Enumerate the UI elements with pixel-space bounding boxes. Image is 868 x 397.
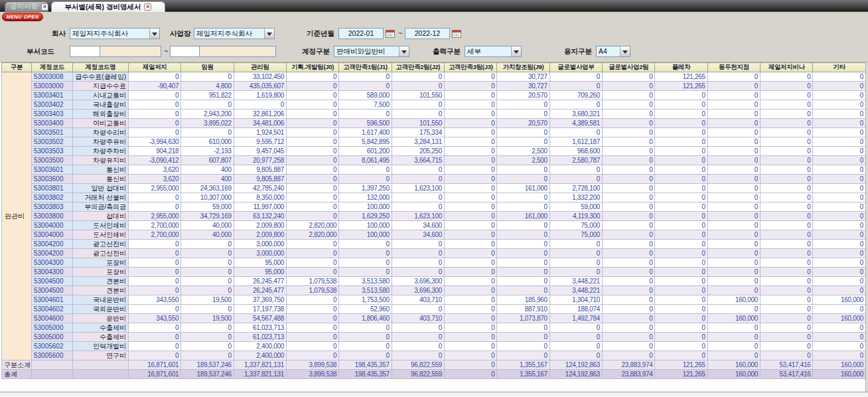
table-row[interactable]: 53004500견본비0026,245,4771,079,5383,513,58… [2,286,866,295]
table-row[interactable]: 53003503차량주차비904,218-2,1939,457,0450601,… [2,147,866,156]
table-row[interactable]: 53004200광고선전비003,000,00000000000000 [2,240,866,249]
column-header[interactable]: 계정코드명 [73,63,129,72]
table-row[interactable]: 53003402국내출장비00007,500000000000 [2,100,866,110]
vertical-scrollbar[interactable] [865,62,868,392]
dept-code-from-input[interactable] [70,46,100,57]
chevron-down-icon[interactable] [149,29,159,39]
table-row[interactable]: 53005000수출제비0061,023,71300000000000 [2,323,866,333]
amount-cell: 0 [813,100,866,110]
tab-expense-report[interactable]: 부서별(세목) 경비명세서 × [51,1,165,12]
menu-open-button[interactable]: MENU OPEN [2,13,43,21]
account-code-cell: 53005600 [32,351,73,360]
paper-type-select[interactable]: A4 [596,46,630,57]
amount-cell: 160,000 [707,360,760,370]
amount-cell: 0 [760,342,813,351]
table-row[interactable]: 53003501차량수리비001,924,50101,617,400175,33… [2,128,866,137]
table-row[interactable]: 53004300포장비0095,00000000000000 [2,268,866,277]
output-type-select[interactable]: 세부 [465,46,522,57]
table-row[interactable]: 53005602인력개발비002,400,00000000000000 [2,342,866,351]
chevron-down-icon[interactable] [399,46,409,56]
dept-name-to-input[interactable] [199,46,276,57]
column-header[interactable]: 기타 [813,63,866,72]
column-header[interactable]: 제일저지 [129,63,181,72]
table-row[interactable]: 53004000도서인쇄비2,700,00040,0002,009,8002,8… [2,230,866,240]
amount-cell: 7,500 [339,100,392,110]
table-row[interactable]: 53003500차량유지비-3,090,412607,80720,977,258… [2,156,866,165]
column-header[interactable]: 고객만족2팀(J2) [392,63,444,72]
table-row[interactable]: 판관비53003008급수수료(클레임)0033,102,450000030,7… [2,72,866,82]
amount-cell: -90,407 [129,82,181,91]
amount-cell: 175,334 [392,128,444,137]
horizontal-scrollbar-track[interactable] [0,392,868,397]
dept-code-to-input[interactable] [170,46,200,57]
table-row[interactable]: 53003801일반 접대비2,955,00024,363,16942,785,… [2,184,866,193]
amount-cell: 0 [181,277,234,286]
table-row[interactable]: 53004300포장비0095,00000000000000 [2,258,866,268]
account-name-cell: 통신비 [73,175,129,184]
amount-cell: 0 [760,240,813,249]
table-row[interactable]: 53003502차량주유비-3,994,630610,0009,595,7120… [2,137,866,147]
table-row[interactable]: 53004601국내운반비343,55019,50037,369,75001,7… [2,295,866,305]
site-select[interactable]: 제일저지주식회사 [194,28,275,39]
amount-cell: 0 [129,342,181,351]
chevron-down-icon[interactable] [511,46,521,56]
column-header[interactable]: 구분 [2,63,32,72]
table-row[interactable]: 53005000수출제비0061,023,71300000000000 [2,333,866,342]
column-header[interactable]: 고객만족1팀(J1) [339,63,392,72]
amount-cell: 968,600 [549,147,602,156]
tab-notice[interactable]: 공지사항 × [5,1,48,12]
column-header[interactable]: 관리팀 [234,63,286,72]
tab-notice-close-icon[interactable]: × [41,3,48,11]
table-row[interactable]: 53003000지급수수료-90,4074,800435,035,6070000… [2,82,866,91]
account-name-cell: 포장비 [73,268,129,277]
chevron-down-icon[interactable] [264,29,274,39]
column-header[interactable]: 기획.개발팀(J0) [287,63,339,72]
amount-cell: 0 [707,147,760,156]
period-to-input[interactable]: 2022-12 [405,28,450,39]
column-header[interactable]: 고객만족3팀(J3) [445,63,497,72]
amount-cell: 0 [445,323,497,333]
table-row[interactable]: 53004600운반비343,55019,50054,567,48801,806… [2,314,866,323]
account-code-cell: 53004200 [32,249,73,258]
amount-cell: 2,700,000 [129,221,181,230]
amount-cell: 0 [445,119,497,128]
amount-cell: 0 [603,202,655,212]
calendar-icon[interactable] [452,29,461,39]
amount-cell: 0 [760,119,813,128]
account-type-select[interactable]: 판매비와일반비 [334,46,409,57]
amount-cell: 0 [813,137,866,147]
table-row[interactable]: 53003601통신비3,6204009,805,88700000000000 [2,165,866,175]
table-row[interactable]: 53004500견본비0026,245,4771,079,5383,513,58… [2,277,866,286]
table-row[interactable]: 53003401시내교통비0951,8221,619,8000589,00010… [2,91,866,100]
period-from-input[interactable]: 2022-01 [338,28,384,39]
column-header[interactable]: 가치창조팀(J9) [497,63,549,72]
column-header[interactable]: 제일저지비나 [760,63,813,72]
table-row[interactable]: 53004200광고선전비003,000,00000000000000 [2,249,866,258]
column-header[interactable]: 동두천지점 [707,63,760,72]
amount-cell: 16,871,601 [129,370,181,379]
amount-cell: 0 [760,268,813,277]
table-row[interactable]: 53003803부의금/축의금059,00011,997,0000100,000… [2,202,866,212]
column-header[interactable]: 임원 [181,63,234,72]
column-header[interactable]: 글로벌사업부 [549,63,602,72]
table-row[interactable]: 53004602국외운반비0017,197,738052,96000887,91… [2,305,866,314]
table-row[interactable]: 53004000도서인쇄비2,700,00040,0002,009,8002,8… [2,221,866,230]
account-name-cell: 국내운반비 [73,295,129,305]
table-row[interactable]: 53003403해외출장비02,943,20032,861,206000003,… [2,110,866,119]
company-select[interactable]: 제일저지주식회사 [70,28,160,39]
column-header[interactable]: 계정코드 [32,63,73,72]
tab-expense-report-close-icon[interactable]: × [144,3,151,11]
account-code-cell: 53003600 [32,175,73,184]
column-header[interactable]: 플레차 [655,63,707,72]
table-row[interactable]: 53003600통신비3,6204009,805,88700000000000 [2,175,866,184]
table-row[interactable]: 53003802거래처 선물비010,307,0008,350,0000132,… [2,193,866,202]
amount-cell: 3,448,221 [549,277,602,286]
table-row[interactable]: 53005600연구비002,400,00000000000000 [2,351,866,360]
calendar-icon[interactable] [386,29,395,39]
dept-name-from-input[interactable] [100,46,161,57]
chevron-down-icon[interactable] [620,46,630,56]
column-header[interactable]: 글로벌사업2팀 [603,63,655,72]
table-row[interactable]: 53003400여비교통비03,895,02234,481,0060596,50… [2,119,866,128]
amount-cell: 2,580,787 [549,156,602,165]
table-row[interactable]: 53003800접대비2,955,00034,729,16963,132,240… [2,212,866,221]
